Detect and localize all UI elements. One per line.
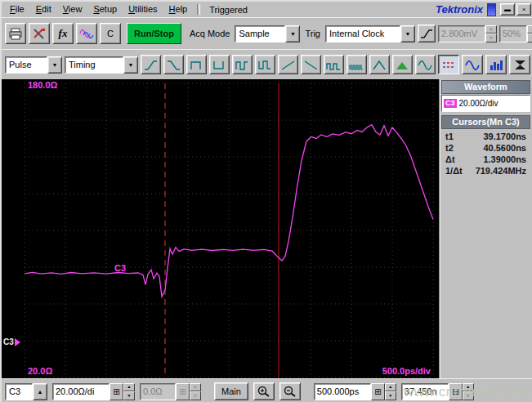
spin-up-icon[interactable]: ▲ <box>123 383 135 392</box>
readout-value: 40.5600ns <box>483 143 526 153</box>
area-button[interactable] <box>392 55 413 74</box>
chevron-down-icon[interactable]: ▼ <box>47 56 62 74</box>
histogram-button[interactable] <box>485 55 507 74</box>
measure-category-value: Timing <box>65 56 123 74</box>
menu-utilities[interactable]: Utilities <box>123 2 163 16</box>
minimize-button[interactable]: ▬ <box>500 3 515 16</box>
positive-width-button[interactable] <box>186 55 207 74</box>
pulse-train-button[interactable] <box>324 55 344 74</box>
readout-value: 719.424MHz <box>476 166 526 176</box>
channel-reference-marker[interactable]: C3 <box>3 337 20 346</box>
menu-edit[interactable]: Edit <box>30 2 57 16</box>
trig-source-select[interactable]: Internal Clock ▼ <box>325 25 415 42</box>
fall-time-button[interactable] <box>163 55 184 74</box>
readout-value: 1.39000ns <box>483 154 526 164</box>
cursors-button[interactable] <box>438 55 459 74</box>
control-bar: C3 ▲ 20.00Ω/di ⊞ ▲ ▼ 0.0Ω ⊞ ▲ ▼ Main <box>2 378 532 402</box>
keypad-icon[interactable]: ⊞ <box>110 383 123 400</box>
spin-up-icon: ▲ <box>190 383 201 392</box>
vertical-bottom-label: 20.0Ω <box>28 366 52 376</box>
close-button[interactable]: × <box>516 3 531 16</box>
clear-button[interactable]: C <box>100 23 121 44</box>
chevron-down-icon[interactable]: ▼ <box>400 25 415 42</box>
readout-label: t1 <box>445 132 454 141</box>
menu-view[interactable]: View <box>57 2 88 16</box>
trigger-status-text: Triggered <box>204 3 253 16</box>
run-stop-button[interactable]: Run/Stop <box>127 23 181 44</box>
spin-down-icon[interactable]: ▼ <box>385 391 396 400</box>
measure-category-select[interactable]: Timing ▼ <box>65 56 138 74</box>
cursor-readouts: t1 39.1700ns t2 40.5600ns Δt 1.39000ns 1… <box>440 129 531 176</box>
zoom-in-button[interactable] <box>253 382 275 400</box>
menu-help[interactable]: Help <box>163 2 194 16</box>
chevron-down-icon[interactable]: ▼ <box>123 56 138 74</box>
spin-up-icon[interactable]: ▲ <box>385 383 396 392</box>
negative-width-button[interactable] <box>209 55 230 74</box>
print-button[interactable] <box>5 23 26 44</box>
menu-file[interactable]: File <box>4 2 30 16</box>
signal-type-select[interactable]: Pulse ▼ <box>5 56 62 74</box>
acq-mode-select[interactable]: Sample ▼ <box>235 25 300 42</box>
period-button[interactable] <box>232 55 253 74</box>
main-toolbar: fx C Run/Stop Acq Mode Sample ▼ Trig Int… <box>2 17 532 49</box>
chevron-up-icon[interactable]: ▲ <box>33 383 47 400</box>
menu-setup[interactable]: Setup <box>87 2 123 16</box>
tools-button[interactable] <box>29 23 50 44</box>
spin-down-icon: ▼ <box>190 391 201 400</box>
spin-down-icon[interactable]: ▼ <box>123 391 135 400</box>
zoom-out-button[interactable] <box>279 382 301 400</box>
color-waveform-icon <box>79 28 94 39</box>
channel-marker-label: C3 <box>3 337 14 346</box>
period-icon <box>235 59 250 71</box>
burst-width-icon <box>349 59 364 71</box>
printer-icon <box>8 28 23 40</box>
fall-time-icon <box>166 59 181 71</box>
spin-down-icon[interactable]: ▼ <box>463 391 474 400</box>
horizontal-position-spin[interactable]: 37.450n ⊞ ▲ ▼ <box>401 383 474 400</box>
rise-time-button[interactable] <box>141 55 161 74</box>
waveform-color-button[interactable] <box>76 23 97 44</box>
vertical-scale-arrows: ▲ ▼ <box>123 383 135 400</box>
timebase-scale-spin[interactable]: 500.000ps ⊞ ▲ ▼ <box>314 383 396 400</box>
peak-amplitude-icon <box>372 59 387 71</box>
area-icon <box>395 59 410 71</box>
timebase-scale-value[interactable]: 500.000ps <box>314 383 371 400</box>
waveform-list-entry[interactable]: C3 20.00Ω/div <box>441 95 530 112</box>
keypad-icon[interactable]: ⊞ <box>449 383 463 400</box>
channel-select[interactable]: C3 ▲ <box>5 383 47 400</box>
keypad-icon[interactable]: ⊞ <box>371 383 385 400</box>
channel-chip: C3 <box>444 99 457 109</box>
peak-amplitude-button[interactable] <box>369 55 390 74</box>
positive-width-icon <box>189 59 204 71</box>
keypad-icon: ⊞ <box>176 383 190 400</box>
formula-button[interactable]: fx <box>52 23 74 44</box>
chevron-down-icon[interactable]: ▼ <box>285 25 300 42</box>
trigger-percent-arrows: ▲ ▼ <box>527 25 532 42</box>
trigger-slope-icon <box>420 29 433 39</box>
waveform-entry-text: 20.00Ω/div <box>459 99 498 108</box>
signal-type-value: Pulse <box>5 56 47 74</box>
main-timebase-button[interactable]: Main <box>214 382 248 400</box>
mask-test-button[interactable] <box>509 55 530 74</box>
horizontal-position-value[interactable]: 37.450n <box>401 383 449 400</box>
measurement-toolbar: Pulse ▼ Timing ▼ <box>2 49 532 79</box>
vertical-scale-value[interactable]: 20.00Ω/di <box>52 383 110 400</box>
waveform-panel-header: Waveform <box>441 80 530 94</box>
frequency-button[interactable] <box>255 55 275 74</box>
waveform-display-icon <box>465 59 481 71</box>
trigger-slope-button[interactable] <box>418 25 436 42</box>
horizontal-position-arrows: ▲ ▼ <box>463 383 474 400</box>
mask-test-icon <box>512 59 528 71</box>
spin-up-icon: ▲ <box>527 25 532 34</box>
trigger-percent-spin: 50% ▲ ▼ <box>499 25 532 42</box>
spin-up-icon[interactable]: ▲ <box>463 383 474 392</box>
vertical-offset-arrows: ▲ ▼ <box>190 383 201 400</box>
trigger-level-spin: 2.800mV ▲ ▼ <box>438 25 497 42</box>
waveform-display-button[interactable] <box>462 55 483 74</box>
burst-width-button[interactable] <box>346 55 367 74</box>
vertical-scale-spin[interactable]: 20.00Ω/di ⊞ ▲ ▼ <box>52 383 135 400</box>
positive-slope-button[interactable] <box>278 55 298 74</box>
sine-cycle-button[interactable] <box>415 55 436 74</box>
waveform-display[interactable]: 180.0Ω 20.0Ω 500.0ps/div C3 C3 <box>2 79 439 378</box>
negative-slope-button[interactable] <box>301 55 321 74</box>
